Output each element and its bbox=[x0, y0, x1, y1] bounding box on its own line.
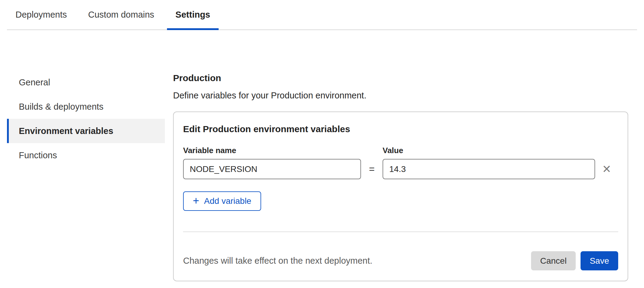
section-description: Define variables for your Production env… bbox=[173, 90, 644, 101]
tab-deployments[interactable]: Deployments bbox=[7, 0, 75, 29]
close-icon: ✕ bbox=[602, 164, 611, 175]
card-divider bbox=[183, 231, 618, 232]
sidebar-item-environment-variables[interactable]: Environment variables bbox=[7, 119, 165, 143]
cancel-button[interactable]: Cancel bbox=[531, 251, 576, 270]
page-body: General Builds & deployments Environment… bbox=[0, 30, 644, 281]
card-title: Edit Production environment variables bbox=[183, 124, 618, 135]
add-variable-button[interactable]: + Add variable bbox=[183, 191, 261, 211]
settings-sidebar: General Builds & deployments Environment… bbox=[7, 70, 165, 167]
sidebar-item-functions[interactable]: Functions bbox=[7, 143, 165, 167]
section-title: Production bbox=[173, 73, 644, 84]
variable-name-label: Variable name bbox=[183, 146, 361, 155]
footer-note: Changes will take effect on the next dep… bbox=[183, 256, 372, 266]
tab-settings[interactable]: Settings bbox=[167, 0, 219, 29]
sidebar-item-builds-deployments[interactable]: Builds & deployments bbox=[7, 94, 165, 119]
plus-icon: + bbox=[193, 195, 199, 206]
footer-actions: Cancel Save bbox=[531, 251, 618, 270]
add-variable-label: Add variable bbox=[204, 196, 251, 206]
tab-custom-domains[interactable]: Custom domains bbox=[80, 0, 163, 29]
save-button[interactable]: Save bbox=[581, 251, 618, 270]
card-footer: Changes will take effect on the next dep… bbox=[183, 251, 618, 270]
variable-name-input[interactable] bbox=[183, 159, 361, 179]
sidebar-item-general[interactable]: General bbox=[7, 70, 165, 94]
remove-variable-button[interactable]: ✕ bbox=[595, 159, 618, 179]
variable-row: Variable name = Value ✕ bbox=[183, 146, 618, 179]
variable-value-field-group: Value bbox=[383, 146, 595, 179]
tab-bar: Deployments Custom domains Settings bbox=[7, 0, 637, 30]
settings-content: Production Define variables for your Pro… bbox=[173, 30, 644, 281]
variable-name-field-group: Variable name bbox=[183, 146, 361, 179]
variable-value-input[interactable] bbox=[383, 159, 595, 179]
variable-value-label: Value bbox=[383, 146, 595, 155]
environment-variables-card: Edit Production environment variables Va… bbox=[173, 111, 628, 281]
equals-separator: = bbox=[361, 159, 383, 179]
